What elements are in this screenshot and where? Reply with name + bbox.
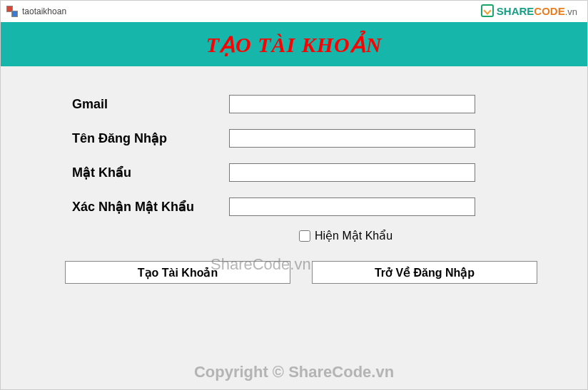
window-title: taotaikhoan	[22, 6, 66, 16]
brand-share: SHARE	[497, 5, 534, 17]
input-gmail[interactable]	[229, 95, 475, 113]
input-confirm[interactable]	[229, 197, 475, 216]
input-username[interactable]	[229, 129, 475, 148]
sharecode-icon	[481, 4, 494, 17]
brand-code: CODE	[534, 5, 564, 17]
row-confirm: Xác Nhận Mật Khẩu	[72, 197, 537, 216]
row-password: Mật Khẩu	[72, 163, 537, 182]
brand-logo: SHARECODE.vn	[481, 4, 577, 17]
checkbox-show-password[interactable]	[299, 230, 310, 242]
label-gmail: Gmail	[72, 97, 229, 112]
input-password[interactable]	[229, 163, 475, 182]
label-confirm: Xác Nhận Mật Khẩu	[72, 199, 229, 215]
app-icon	[6, 6, 18, 17]
create-account-button[interactable]: Tạo Tài Khoản	[65, 261, 290, 284]
label-show-password: Hiện Mật Khẩu	[315, 229, 392, 242]
row-show-password: Hiện Mật Khẩu	[299, 229, 537, 242]
brand-vn: .vn	[565, 6, 577, 17]
signup-form: Gmail Tên Đăng Nhập Mật Khẩu Xác Nhận Mậ…	[1, 66, 587, 242]
app-window: taotaikhoan SHARECODE.vn TẠO TÀI KHOẢN G…	[0, 0, 588, 390]
titlebar: taotaikhoan SHARECODE.vn	[1, 1, 587, 22]
watermark-bottom: Copyright © ShareCode.vn	[0, 363, 588, 381]
header-banner: TẠO TÀI KHOẢN	[1, 22, 587, 66]
row-username: Tên Đăng Nhập	[72, 129, 537, 148]
page-title: TẠO TÀI KHOẢN	[206, 32, 382, 57]
label-username: Tên Đăng Nhập	[72, 130, 229, 146]
back-to-login-button[interactable]: Trở Về Đăng Nhập	[312, 261, 537, 284]
row-gmail: Gmail	[72, 95, 537, 113]
label-password: Mật Khẩu	[72, 165, 229, 180]
button-row: Tạo Tài Khoản Trở Về Đăng Nhập	[1, 261, 587, 284]
